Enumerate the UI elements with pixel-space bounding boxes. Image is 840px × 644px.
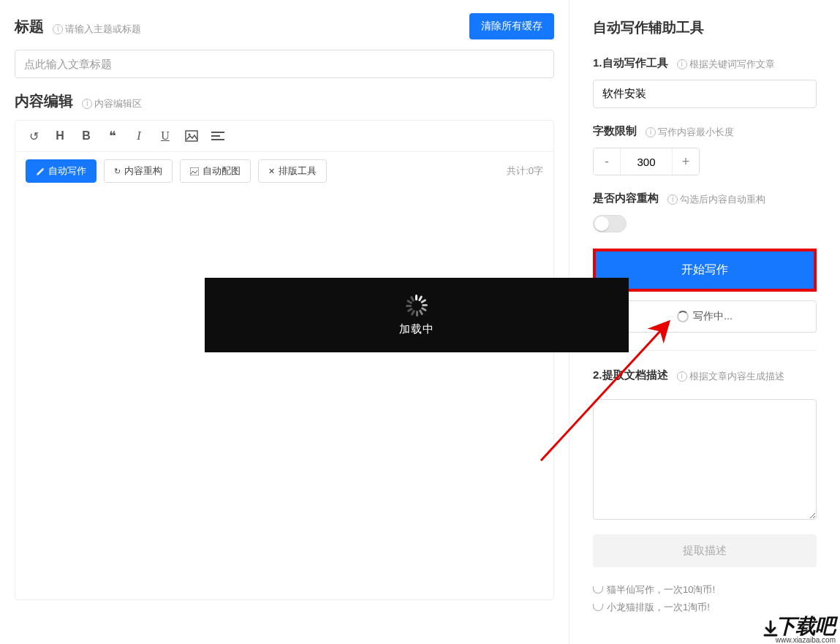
italic-icon[interactable]: I: [131, 128, 147, 144]
bowl-icon: [593, 586, 603, 594]
svg-rect-0: [186, 131, 197, 141]
info-icon: i: [53, 24, 63, 34]
align-icon[interactable]: [210, 128, 226, 144]
auto-write-section-label: 1.自动写作工具 i根据关键词写作文章: [593, 56, 817, 71]
undo-icon[interactable]: ↺: [26, 128, 42, 144]
spinner-icon: [677, 311, 689, 322]
cost-note-1: 猫半仙写作，一次10淘币!: [593, 583, 817, 596]
content-hint: i内容编辑区: [82, 97, 142, 110]
bold-icon[interactable]: B: [78, 128, 94, 144]
cost-note-2: 小龙猫排版，一次1淘币!: [593, 601, 817, 614]
extract-section-label: 2.提取文档描述 i根据文章内容生成描述: [593, 368, 817, 383]
extract-description-button[interactable]: 提取描述: [593, 534, 817, 567]
clear-cache-button[interactable]: 清除所有缓存: [469, 13, 554, 39]
info-icon: i: [677, 371, 687, 382]
format-toolbar: ↺ H B ❝ I U: [15, 121, 553, 152]
title-label: 标题: [15, 18, 44, 34]
info-icon: i: [677, 59, 687, 69]
sidebar-title: 自动写作辅助工具: [593, 18, 817, 37]
layout-tool-button[interactable]: ✕排版工具: [258, 159, 327, 183]
info-icon: i: [646, 127, 656, 137]
description-textarea[interactable]: [593, 399, 817, 520]
restructure-button[interactable]: ↻内容重构: [104, 159, 173, 183]
word-count: 共计:0字: [507, 164, 543, 178]
editor-container: ↺ H B ❝ I U 自动写作 ↻内容重构 自动配图 ✕排版工具 共计:0字: [15, 120, 554, 600]
info-icon: i: [667, 194, 678, 205]
auto-write-button[interactable]: 自动写作: [26, 159, 97, 183]
keyword-input[interactable]: [593, 80, 817, 108]
underline-icon[interactable]: U: [157, 128, 173, 144]
restructure-toggle-label: 是否内容重构 i勾选后内容自动重构: [593, 192, 817, 206]
loading-spinner-icon: [406, 295, 428, 317]
editor-body[interactable]: [15, 190, 553, 599]
info-icon: i: [82, 99, 92, 109]
word-limit-label: 字数限制 i写作内容最小长度: [593, 124, 817, 139]
title-hint: i请输入主题或标题: [53, 23, 141, 36]
auto-image-button[interactable]: 自动配图: [180, 159, 251, 183]
step-plus-button[interactable]: +: [673, 148, 699, 175]
step-minus-button[interactable]: -: [594, 148, 620, 175]
loading-modal: 加载中: [205, 278, 629, 352]
word-limit-value[interactable]: [620, 148, 673, 175]
image-icon[interactable]: [183, 128, 200, 144]
content-edit-label: 内容编辑: [15, 93, 73, 109]
bowl-icon: [593, 604, 603, 611]
svg-rect-5: [190, 167, 199, 175]
loading-text: 加载中: [399, 322, 434, 336]
watermark: 下载吧 www.xiazaiba.com: [763, 615, 840, 644]
heading-icon[interactable]: H: [52, 128, 68, 144]
word-limit-stepper: - +: [593, 148, 700, 175]
restructure-toggle[interactable]: [593, 215, 627, 232]
quote-icon[interactable]: ❝: [105, 128, 121, 144]
article-title-input[interactable]: [15, 50, 554, 78]
action-toolbar: 自动写作 ↻内容重构 自动配图 ✕排版工具 共计:0字: [15, 152, 553, 190]
